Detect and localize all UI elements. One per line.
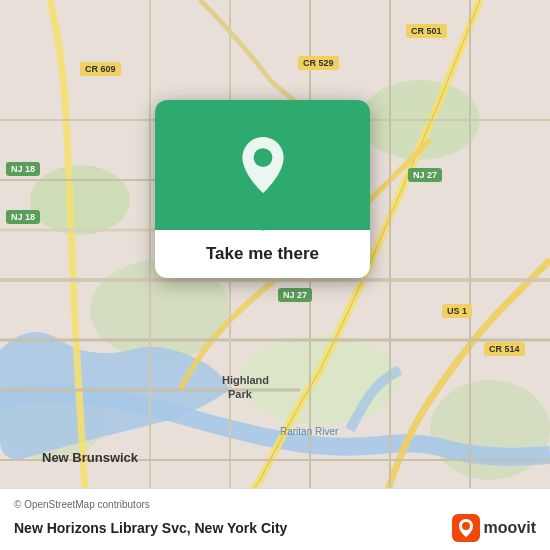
svg-point-25 — [462, 522, 470, 530]
highway-badge-nj27-2: NJ 27 — [278, 288, 312, 302]
highway-badge-nj18-1: NJ 18 — [6, 162, 40, 176]
popup-map-area — [155, 100, 370, 230]
svg-text:Park: Park — [228, 388, 253, 400]
bottom-bar: © OpenStreetMap contributors New Horizon… — [0, 488, 550, 550]
highway-badge-cr501: CR 501 — [406, 24, 447, 38]
map-container: New Brunswick Highland Park Raritan Rive… — [0, 0, 550, 550]
moovit-icon — [452, 514, 480, 542]
highway-badge-cr529: CR 529 — [298, 56, 339, 70]
location-pin-icon — [237, 135, 289, 195]
svg-text:New Brunswick: New Brunswick — [42, 450, 139, 465]
highway-badge-cr514: CR 514 — [484, 342, 525, 356]
svg-point-2 — [30, 165, 130, 235]
highway-badge-us1: US 1 — [442, 304, 472, 318]
highway-badge-nj18-2: NJ 18 — [6, 210, 40, 224]
popup-pointer — [249, 215, 277, 231]
place-name: New Horizons Library Svc, New York City — [14, 520, 287, 536]
moovit-logo: moovit — [452, 514, 536, 542]
take-me-there-button[interactable]: Take me there — [155, 230, 370, 278]
svg-point-23 — [253, 148, 272, 167]
map-attribution: © OpenStreetMap contributors — [14, 499, 536, 510]
popup-card: Take me there — [155, 100, 370, 278]
moovit-text: moovit — [484, 519, 536, 537]
svg-text:Raritan River: Raritan River — [280, 426, 339, 437]
svg-text:Highland: Highland — [222, 374, 269, 386]
highway-badge-cr609: CR 609 — [80, 62, 121, 76]
highway-badge-nj27-1: NJ 27 — [408, 168, 442, 182]
